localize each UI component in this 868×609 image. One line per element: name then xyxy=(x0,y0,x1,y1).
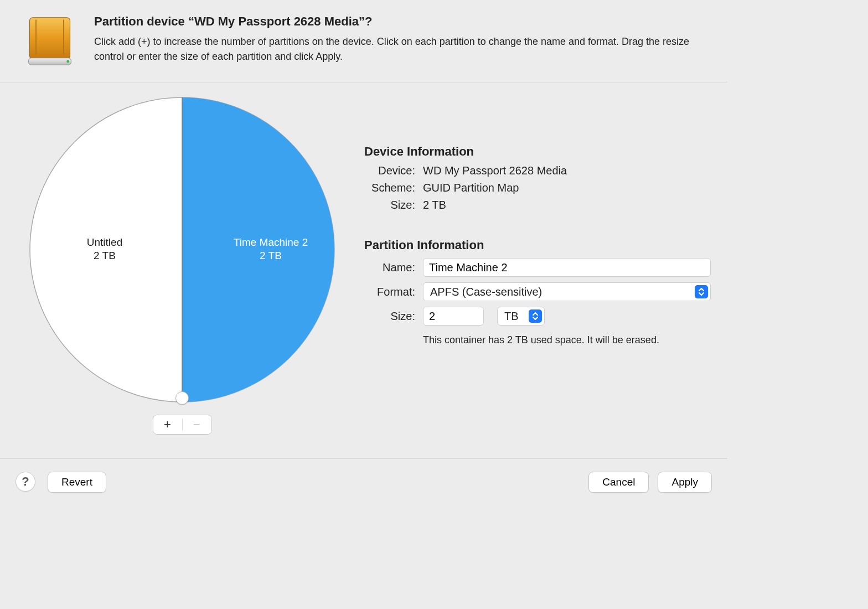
revert-button[interactable]: Revert xyxy=(48,472,106,493)
scheme-label: Scheme: xyxy=(364,182,415,194)
partition-resize-handle[interactable] xyxy=(175,391,189,405)
chevron-updown-icon xyxy=(695,285,708,298)
partition-name-input[interactable] xyxy=(423,258,711,277)
device-info-heading: Device Information xyxy=(364,144,711,159)
partition-note: This container has 2 TB used space. It w… xyxy=(423,334,711,346)
format-label: Format: xyxy=(364,286,415,298)
cancel-button[interactable]: Cancel xyxy=(588,472,649,493)
partition-size-unit-select[interactable]: TB xyxy=(497,307,545,326)
remove-partition-button: − xyxy=(183,415,211,434)
format-value: APFS (Case-sensitive) xyxy=(430,286,542,298)
size-value: 2 TB xyxy=(423,199,446,211)
partition-format-select[interactable]: APFS (Case-sensitive) xyxy=(423,282,711,301)
svg-rect-0 xyxy=(29,58,71,65)
add-remove-group: + − xyxy=(153,415,212,435)
add-partition-button[interactable]: + xyxy=(153,415,182,434)
dialog-footer: ? Revert Cancel Apply xyxy=(0,458,727,505)
dialog-header: Partition device “WD My Passport 2628 Me… xyxy=(0,0,727,82)
chevron-updown-icon xyxy=(529,309,542,323)
partition-info-heading: Partition Information xyxy=(364,238,711,252)
psize-label: Size: xyxy=(364,310,415,323)
name-label: Name: xyxy=(364,261,415,274)
device-value: WD My Passport 2628 Media xyxy=(423,164,567,177)
help-button[interactable]: ? xyxy=(16,472,35,492)
apply-button[interactable]: Apply xyxy=(658,472,712,493)
partition-size-input[interactable] xyxy=(423,307,484,326)
size-unit-value: TB xyxy=(504,310,519,323)
device-label: Device: xyxy=(364,164,415,177)
dialog-title: Partition device “WD My Passport 2628 Me… xyxy=(94,14,710,29)
partition-pie-area: Untitled 2 TB Time Machine 2 2 TB + − xyxy=(17,95,348,435)
drive-icon xyxy=(22,14,78,70)
scheme-value: GUID Partition Map xyxy=(423,182,519,194)
size-label: Size: xyxy=(364,199,415,211)
dialog-description: Click add (+) to increase the number of … xyxy=(94,34,710,64)
plus-icon: + xyxy=(164,417,171,432)
partition-pie-chart[interactable] xyxy=(27,95,337,405)
minus-icon: − xyxy=(193,417,200,432)
svg-point-1 xyxy=(66,60,69,63)
